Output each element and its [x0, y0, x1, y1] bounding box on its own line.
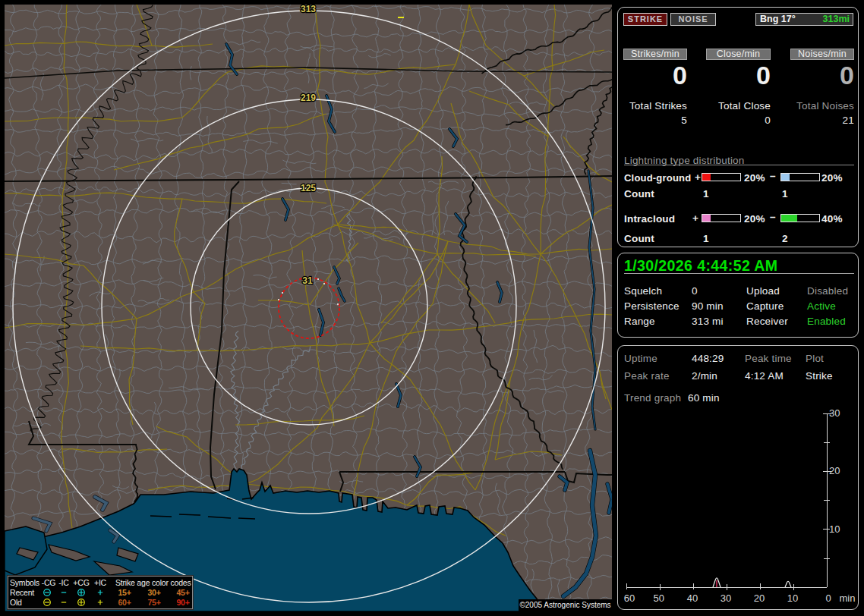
svg-text:31: 31 — [302, 275, 313, 286]
svg-text:50: 50 — [653, 592, 664, 604]
svg-text:219: 219 — [301, 93, 316, 103]
svg-text:20: 20 — [754, 592, 765, 604]
svg-text:125: 125 — [301, 183, 316, 193]
svg-text:30: 30 — [721, 592, 731, 604]
svg-text:20: 20 — [829, 465, 840, 476]
svg-text:10: 10 — [787, 592, 798, 604]
svg-text:60: 60 — [624, 592, 635, 604]
svg-text:40: 40 — [687, 592, 698, 604]
svg-text:10: 10 — [829, 523, 840, 535]
svg-text:min: min — [840, 592, 856, 604]
svg-text:313: 313 — [301, 5, 316, 14]
svg-text:0: 0 — [825, 592, 831, 604]
svg-text:30: 30 — [829, 407, 840, 419]
